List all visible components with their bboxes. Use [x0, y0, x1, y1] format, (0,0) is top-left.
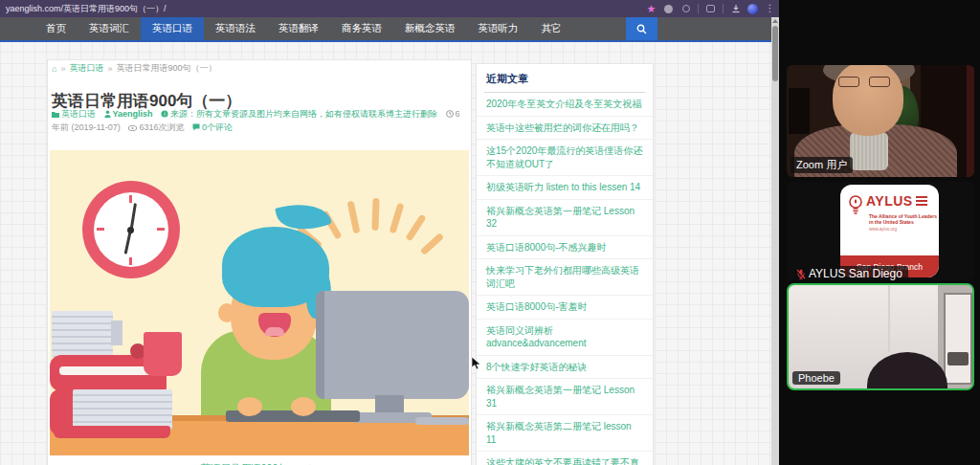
- recent-post-link[interactable]: 这15个2020年最流行的英语俚语你还不知道就OUT了: [477, 140, 653, 176]
- nav-item-translate[interactable]: 英语翻译: [267, 17, 330, 40]
- nav-item-other[interactable]: 其它: [530, 17, 573, 40]
- aylus-brand-text: AYLUS: [866, 194, 913, 208]
- recent-post-link[interactable]: 英语同义词辨析advance&advancement: [477, 320, 653, 356]
- category-link[interactable]: 英语口语: [61, 109, 96, 119]
- nav-items: 首页 英语词汇 英语口语 英语语法 英语翻译 商务英语 新概念英语 英语听力 其…: [34, 17, 573, 40]
- site-navbar: 首页 英语词汇 英语口语 英语语法 英语翻译 商务英语 新概念英语 英语听力 其…: [0, 17, 771, 42]
- lightbulb-icon: [848, 194, 863, 215]
- eye-icon: [128, 122, 137, 135]
- recent-post-link[interactable]: 英语中这些被用烂的词你还在用吗？: [477, 117, 653, 141]
- browser-menu-icon[interactable]: ⋮: [765, 4, 775, 14]
- sunburst-ray: [371, 198, 379, 231]
- recent-post-link[interactable]: 这些大牌的英文不要再读错了要不真的很丢人: [477, 452, 653, 465]
- red-book: [54, 426, 170, 438]
- glasses-lens: [869, 77, 890, 87]
- glasses-lens: [838, 77, 859, 87]
- recent-posts-widget: 近期文章 2020年冬至英文介绍及冬至英文祝福 英语中这些被用烂的词你还在用吗？…: [476, 63, 654, 465]
- recent-post-link[interactable]: 8个快速学好英语的秘诀: [477, 356, 653, 380]
- clock-tick: [97, 228, 104, 231]
- breadcrumb-separator: »: [107, 64, 112, 74]
- article-card: ⌂ » 英语口语 » 英语日常用语900句（一） 英语日常用语900句（一） 英…: [47, 59, 472, 465]
- recent-post-link[interactable]: 英语口语8000句-害羞时: [477, 296, 653, 320]
- participant-name-tag: AYLUS San Diego: [791, 266, 908, 280]
- video-tile-zoom-user[interactable]: Zoom 用户: [787, 65, 974, 177]
- curtain: [967, 65, 974, 177]
- nav-item-listening[interactable]: 英语听力: [467, 17, 530, 40]
- clock-icon: [446, 109, 454, 122]
- participant-name-tag: Zoom 用户: [791, 157, 853, 173]
- scrollbar-thumb[interactable]: [772, 26, 778, 81]
- mic-muted-icon: [796, 269, 806, 279]
- comments-link[interactable]: 0个评论: [202, 122, 233, 132]
- search-button[interactable]: [626, 17, 657, 40]
- sunburst-ray: [405, 214, 426, 242]
- clock-tick: [129, 195, 132, 203]
- zoom-panel: Zoom 用户 AYLUS The Alliance: [779, 0, 980, 465]
- nav-item-grammar[interactable]: 英语语法: [204, 17, 267, 40]
- doorway-interior: [944, 293, 972, 385]
- nav-item-vocab[interactable]: 英语词汇: [78, 17, 141, 40]
- recent-post-link[interactable]: 裕兴新概念英语第一册笔记 Lesson 32: [477, 200, 653, 236]
- person-hand-left: [237, 397, 262, 416]
- aylus-logo-row: AYLUS: [848, 194, 927, 215]
- category-icon: [52, 109, 59, 122]
- monitor-edge: [316, 291, 324, 399]
- monitor-base-shadow: [415, 417, 469, 425]
- toolbar-icons: ★ ⋮: [646, 0, 775, 17]
- info-icon: i: [161, 109, 168, 122]
- article-meta: 英语口语 Yaenglish i来源：所有文章资源及图片均来自网络，如有侵权请联…: [52, 108, 467, 135]
- toolbar-divider: [698, 4, 699, 13]
- wall-frame: [789, 88, 810, 134]
- view-count: 6316次浏览: [139, 122, 184, 132]
- clock-tick: [157, 228, 165, 231]
- recent-post-link[interactable]: 初级英语听力 listen to this lessen 14: [477, 176, 653, 200]
- breadcrumb-section[interactable]: 英语口语: [69, 62, 103, 75]
- extension-ring-icon[interactable]: [680, 4, 691, 14]
- sunburst-ray: [347, 201, 361, 234]
- recent-post-link[interactable]: 2020年冬至英文介绍及冬至英文祝福: [477, 93, 653, 117]
- video-tile-phoebe-speaking[interactable]: Phoebe: [787, 283, 974, 390]
- recent-post-link[interactable]: 英语口语8000句-不感兴趣时: [477, 236, 653, 260]
- address-bar[interactable]: yaenglish.com/英语日常用语900句（一）/: [6, 3, 167, 15]
- profile-avatar[interactable]: [747, 4, 758, 14]
- aylus-logo: AYLUS The Alliance of Youth Leaders in t…: [840, 185, 939, 277]
- nav-item-nce[interactable]: 新概念英语: [393, 17, 467, 40]
- video-tile-aylus[interactable]: AYLUS The Alliance of Youth Leaders in t…: [787, 182, 974, 280]
- clock-tick: [129, 257, 132, 265]
- sunburst-ray: [420, 232, 444, 255]
- nav-item-home[interactable]: 首页: [34, 17, 78, 40]
- download-icon[interactable]: [730, 4, 741, 14]
- svg-text:i: i: [164, 111, 165, 117]
- author-icon: [104, 109, 111, 122]
- home-icon[interactable]: ⌂: [52, 64, 56, 74]
- browser-window: yaenglish.com/英语日常用语900句（一）/ ★ ⋮ 首页: [0, 0, 779, 465]
- bookmark-star-icon[interactable]: ★: [646, 4, 657, 14]
- monitor-back: [316, 291, 469, 399]
- person-ear: [218, 303, 235, 322]
- author-link[interactable]: Yaenglish: [113, 109, 153, 119]
- recent-posts-title: 近期文章: [477, 64, 653, 92]
- recent-post-link[interactable]: 裕兴新概念英语第二册笔记 lesson 11: [477, 415, 653, 452]
- browser-toolbar: yaenglish.com/英语日常用语900句（一）/ ★ ⋮: [0, 0, 779, 17]
- article-featured-image: [50, 150, 469, 455]
- extension-dot-icon[interactable]: [663, 4, 674, 14]
- person-hand-right: [291, 397, 316, 416]
- participant-name-tag: Phoebe: [792, 371, 840, 385]
- participant-turtleneck: [850, 132, 888, 170]
- screenshot-icon[interactable]: [705, 4, 716, 14]
- recent-post-link[interactable]: 快来学习下老外们都用哪些高级英语词汇吧: [477, 259, 653, 296]
- search-icon: [636, 24, 647, 34]
- recent-post-link[interactable]: 裕兴新概念英语第一册笔记 Lesson 31: [477, 379, 653, 415]
- nav-item-speaking[interactable]: 英语口语: [141, 17, 204, 40]
- breadcrumb-current: 英语日常用语900句（一）: [116, 62, 216, 75]
- scrollbar-up-arrow[interactable]: [772, 19, 778, 23]
- clock-center: [127, 227, 134, 233]
- breadcrumb: ⌂ » 英语口语 » 英语日常用语900句（一）: [52, 62, 217, 75]
- screen: yaenglish.com/英语日常用语900句（一）/ ★ ⋮ 首页: [0, 0, 980, 465]
- sunburst-ray: [389, 203, 404, 234]
- toolbar-divider: [723, 4, 724, 13]
- mouse-cursor: [471, 356, 482, 371]
- nav-item-business[interactable]: 商务英语: [330, 17, 393, 40]
- participant-hair: [867, 352, 947, 390]
- page-scrollbar[interactable]: [771, 17, 779, 465]
